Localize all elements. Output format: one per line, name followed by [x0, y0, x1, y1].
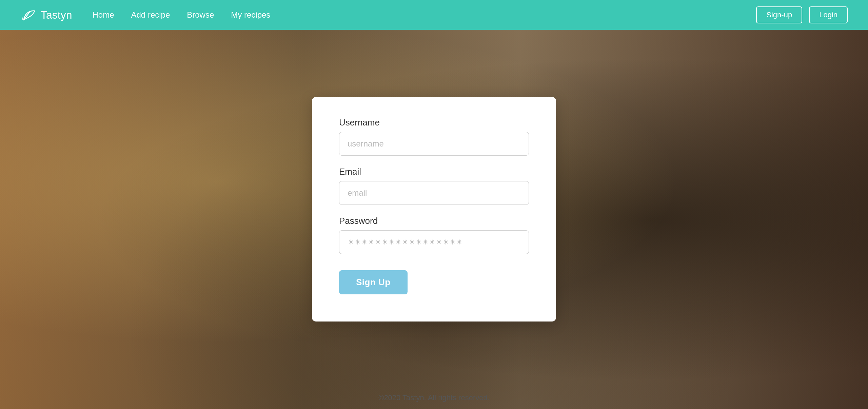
signup-nav-button[interactable]: Sign-up	[756, 6, 802, 23]
signup-submit-button[interactable]: Sign Up	[339, 270, 408, 294]
email-group: Email	[339, 167, 529, 205]
footer-text: ©2020 Tastyn. All rights reserved.	[378, 393, 490, 402]
password-group: Password	[339, 216, 529, 254]
navbar-actions: Sign-up Login	[756, 6, 848, 23]
nav-links: Home Add recipe Browse My recipes	[92, 10, 756, 20]
brand: Tastyn	[20, 7, 72, 23]
username-group: Username	[339, 117, 529, 156]
leaf-icon	[20, 7, 37, 23]
hero-section: Username Email Password Sign Up ©2020 Ta…	[0, 30, 868, 409]
nav-link-my-recipes[interactable]: My recipes	[231, 10, 270, 20]
navbar: Tastyn Home Add recipe Browse My recipes…	[0, 0, 868, 30]
email-label: Email	[339, 167, 529, 177]
password-label: Password	[339, 216, 529, 226]
username-label: Username	[339, 117, 529, 128]
nav-link-add-recipe[interactable]: Add recipe	[131, 10, 170, 20]
nav-link-home[interactable]: Home	[92, 10, 114, 20]
nav-link-browse[interactable]: Browse	[187, 10, 214, 20]
login-nav-button[interactable]: Login	[809, 6, 848, 23]
brand-name: Tastyn	[41, 9, 72, 21]
email-input[interactable]	[339, 181, 529, 205]
password-input[interactable]	[339, 230, 529, 254]
signup-card: Username Email Password Sign Up	[312, 97, 556, 322]
footer: ©2020 Tastyn. All rights reserved.	[0, 393, 868, 402]
username-input[interactable]	[339, 132, 529, 156]
